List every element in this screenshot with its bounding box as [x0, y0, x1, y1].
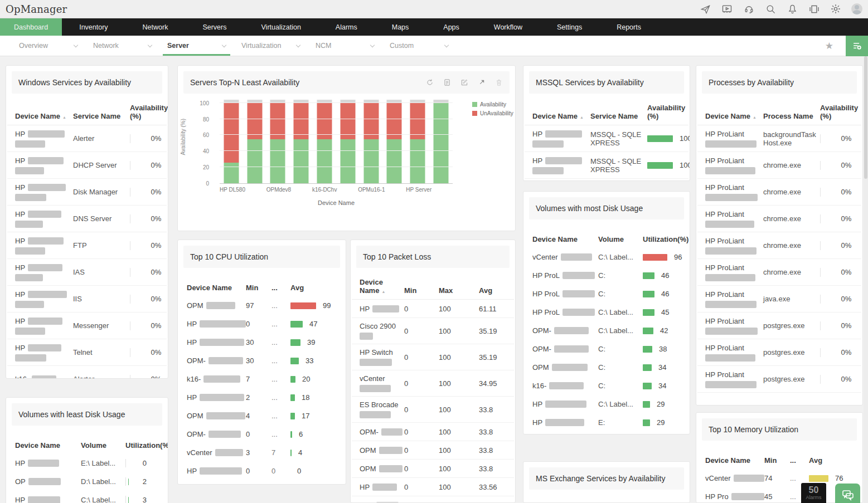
table-row[interactable]: OPM 0 100 33.8	[352, 460, 514, 478]
refresh-icon[interactable]	[425, 79, 434, 87]
table-row[interactable]: k16- Alerter 0%	[7, 366, 167, 379]
table-row[interactable]: HP E:\ Label... 0	[7, 454, 167, 472]
col-device-name[interactable]: Device Name	[15, 441, 81, 450]
legend-item[interactable]: Availability	[472, 101, 513, 108]
chart-bar[interactable]	[406, 100, 429, 183]
chevron-down-icon[interactable]	[222, 42, 226, 47]
table-row[interactable]: vCenter C:\ Label... 96	[525, 248, 688, 266]
col-avg[interactable]: Avg	[809, 456, 854, 465]
table-row[interactable]: HP ProLiant postgres.exe 0%	[697, 366, 861, 393]
chevron-down-icon[interactable]	[148, 42, 152, 47]
subnav-tab[interactable]: Server	[159, 36, 234, 56]
col-device-name[interactable]: Device Name▲	[360, 278, 404, 295]
nav-tab[interactable]: Virtualization	[244, 18, 318, 36]
chevron-down-icon[interactable]	[74, 42, 78, 47]
table-row[interactable]: HP IAS 0%	[7, 259, 167, 286]
table-row[interactable]: OPM- 0 100 33.8	[352, 423, 514, 441]
user-avatar[interactable]	[851, 3, 862, 14]
report-icon[interactable]	[443, 79, 451, 87]
gear-icon[interactable]	[830, 3, 842, 15]
col-max[interactable]: ...	[790, 456, 809, 465]
col-volume[interactable]: Volume	[598, 235, 643, 243]
nav-tab[interactable]: Maps	[375, 18, 426, 36]
chart-bar[interactable]	[360, 100, 383, 183]
table-row[interactable]: k16- 7 ... 20	[179, 370, 345, 388]
table-row[interactable]: HP 0 0 0	[179, 462, 345, 480]
table-row[interactable]: HP C:\ Label... 3	[7, 491, 167, 503]
nav-tab[interactable]: Dashboard	[0, 18, 62, 36]
chevron-down-icon[interactable]	[370, 42, 375, 47]
col-device-name[interactable]: Device Name	[532, 235, 598, 243]
table-row[interactable]: HP ProL C:\ Label... 45	[525, 303, 688, 321]
subnav-tab[interactable]: Custom	[382, 36, 456, 56]
table-row[interactable]: vCenter 0 100 34.95	[352, 370, 514, 397]
opmanager-logo[interactable]: OpManager	[6, 3, 67, 15]
table-row[interactable]: ES Brocade 0 100 33.8	[352, 397, 514, 423]
col-utilization[interactable]: Utilization(%)	[125, 441, 168, 450]
chart-bar[interactable]	[266, 100, 290, 183]
col-avg[interactable]: Avg	[479, 286, 506, 295]
headset-icon[interactable]	[743, 3, 755, 15]
table-row[interactable]: HP 30 ... 39	[179, 333, 345, 351]
subnav-tab[interactable]: Virtualization	[234, 36, 308, 56]
col-availability[interactable]: Availability (%)	[130, 104, 168, 120]
table-row[interactable]: HP ProLiant chrome.exe 0%	[697, 259, 861, 286]
table-row[interactable]: HP Switch 0 100 35.19	[352, 344, 514, 370]
col-availability[interactable]: Availability (%)	[647, 104, 685, 120]
chart-bar[interactable]	[383, 100, 406, 183]
delete-icon[interactable]	[494, 79, 503, 87]
table-row[interactable]: HP E: 29	[525, 413, 688, 432]
search-icon[interactable]	[764, 3, 777, 15]
table-row[interactable]: OPM 4 ... 17	[179, 407, 345, 425]
table-row[interactable]: HP Alerter 0%	[7, 125, 167, 152]
table-row[interactable]: k16- C: 34	[525, 377, 688, 395]
table-row[interactable]: HP ProL C: 46	[525, 266, 688, 285]
col-min[interactable]: Min	[404, 286, 439, 295]
table-row[interactable]: HP ProLiant chrome.exe 0%	[697, 232, 861, 259]
subnav-tab[interactable]: NCM	[308, 36, 382, 56]
table-row[interactable]: HP DHCP Server 0%	[7, 152, 167, 179]
table-row[interactable]: HP Messenger 0%	[7, 312, 167, 339]
paper-plane-icon[interactable]	[699, 3, 711, 15]
chart-bar[interactable]	[429, 100, 453, 183]
legend-item[interactable]: UnAvailability	[472, 110, 513, 116]
chart-bar[interactable]	[336, 100, 360, 183]
add-dashboard-button[interactable]	[846, 36, 868, 56]
nav-tab[interactable]: Workflow	[477, 18, 540, 36]
carousel-icon[interactable]	[808, 3, 820, 15]
table-row[interactable]: HP MSSQL - SQLEXPRESS 100%	[525, 125, 688, 152]
table-row[interactable]: HP ProL C: 46	[525, 285, 688, 303]
col-service-name[interactable]: Service Name	[590, 112, 647, 120]
col-max[interactable]: ...	[271, 284, 290, 292]
table-row[interactable]: HP ProLiant chrome.exe 0%	[697, 206, 861, 232]
table-row[interactable]: HP ProLiant backgroundTaskHost.exe 0%	[697, 125, 861, 152]
nav-tab[interactable]: Settings	[540, 18, 599, 36]
col-process-name[interactable]: Process Name	[763, 112, 820, 120]
table-row[interactable]: HP ProLiant postgres.exe 0%	[697, 312, 861, 339]
col-device-name[interactable]: Device Name	[187, 284, 246, 292]
alarm-count-badge[interactable]: 50 Alarms	[801, 483, 826, 503]
table-row[interactable]: OPM- C:\ Label... 42	[525, 321, 688, 340]
nav-tab[interactable]: Apps	[426, 18, 477, 36]
table-row[interactable]: HP ProLiant chrome.exe 0%	[697, 152, 861, 179]
nav-tab[interactable]: Alarms	[318, 18, 375, 36]
table-row[interactable]: k16- 0 100 33.56	[352, 496, 514, 503]
chart-bar[interactable]	[313, 100, 336, 183]
nav-tab[interactable]: Servers	[185, 18, 244, 36]
chart-bar[interactable]	[220, 100, 243, 183]
table-row[interactable]: HP FTP 0%	[7, 232, 167, 259]
table-row[interactable]: HP DNS Server 0%	[7, 206, 167, 232]
col-device-name[interactable]: Device Name▲	[705, 112, 763, 120]
chevron-down-icon[interactable]	[444, 42, 449, 47]
col-min[interactable]: Min	[764, 456, 790, 465]
table-row[interactable]: HP 0 ... 47	[179, 315, 345, 333]
col-volume[interactable]: Volume	[81, 441, 125, 450]
table-row[interactable]: HP 0 100 61.11	[352, 300, 514, 318]
col-device-name[interactable]: Device Name▲	[15, 112, 73, 120]
col-avg[interactable]: Avg	[290, 284, 337, 292]
col-device-name[interactable]: Device Name▲	[532, 112, 590, 120]
table-row[interactable]: HP Disk Manager 0%	[7, 179, 167, 206]
col-service-name[interactable]: Service Name	[73, 112, 130, 120]
chevron-down-icon[interactable]	[296, 42, 300, 47]
table-row[interactable]: HP C:\ Label... 29	[525, 395, 688, 413]
